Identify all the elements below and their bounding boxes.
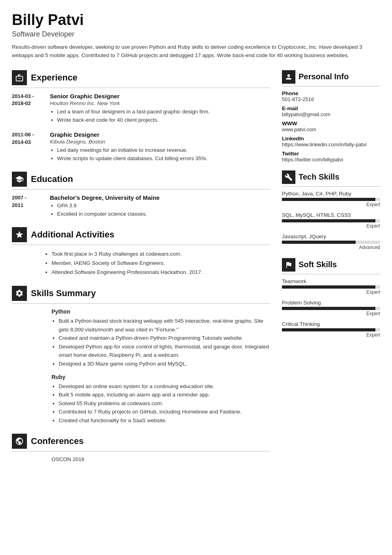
activities-section: Additional Activities Took first place i… xyxy=(12,227,270,277)
experience-title: Experience xyxy=(31,73,77,83)
skill-bar-fill xyxy=(282,328,375,331)
education-section: Education 2007 - 2011 Bachelor's Degree,… xyxy=(12,172,270,218)
soft-skills-title: Soft Skills xyxy=(299,260,337,269)
list-item: Created chat functionality for a SaaS we… xyxy=(59,416,270,425)
personal-info-title: Personal Info xyxy=(299,72,349,81)
candidate-subtitle: Software Developer xyxy=(12,30,380,38)
personal-info-header: Personal Info xyxy=(282,70,380,84)
experience-date-1: 2014-03 - 2018-02 xyxy=(12,93,44,124)
education-title: Education xyxy=(31,174,73,184)
skill-bar-fill xyxy=(282,198,375,201)
python-bullets: Built a Python-based stock tracking weba… xyxy=(51,317,270,368)
education-divider xyxy=(12,189,270,189)
list-item: Solved 55 Ruby problems at codewars.com. xyxy=(59,399,270,408)
list-item: GPA 3.9 xyxy=(57,202,270,210)
list-item: Built a Python-based stock tracking weba… xyxy=(59,317,270,334)
skill-bar-track xyxy=(282,241,380,244)
tech-skills-icon xyxy=(282,170,295,184)
tech-skills-header: Tech Skills xyxy=(282,170,380,184)
experience-date-2: 2011-06 - 2014-03 xyxy=(12,131,44,163)
list-item: Wrote back-end code for 40 client projec… xyxy=(57,116,270,124)
experience-divider xyxy=(12,88,270,88)
skill-bar-track xyxy=(282,307,380,310)
experience-entry-2: 2011-06 - 2014-03 Graphic Designer Kibul… xyxy=(12,131,270,163)
personal-info-linkedin: LinkedIn https://www.linkedin.com/in/bil… xyxy=(282,136,380,147)
skill-group-ruby: Ruby Developed an online exam system for… xyxy=(12,374,270,425)
candidate-name: Billy Patvi xyxy=(12,12,380,29)
svg-rect-0 xyxy=(18,78,21,78)
skill-bar-track xyxy=(282,285,380,289)
soft-skill-3: Critical Thinking Expert xyxy=(282,321,380,338)
education-date-1: 2007 - 2011 xyxy=(12,194,44,218)
skill-bar-track xyxy=(282,328,380,331)
tech-skill-2: SQL, MySQL, HTML5, CSS3 Expert xyxy=(282,212,380,229)
experience-section: Experience 2014-03 - 2018-02 Senior Grap… xyxy=(12,70,270,163)
soft-skills-icon xyxy=(282,258,295,272)
soft-skills-header: Soft Skills xyxy=(282,258,380,272)
education-content-1: Bachelor's Degree, University of Maine G… xyxy=(50,194,270,218)
personal-info-phone: Phone 501-872-2516 xyxy=(282,90,380,102)
skill-bar-fill xyxy=(282,241,356,244)
list-item: Built 5 mobile apps, including an alarm … xyxy=(59,390,270,399)
personal-info-email: E-mail billypatvi@gmail.com xyxy=(282,105,380,117)
experience-entry-1: 2014-03 - 2018-02 Senior Graphic Designe… xyxy=(12,93,270,124)
education-header: Education xyxy=(12,172,270,187)
list-item: Led daily meetings for an initiative to … xyxy=(57,146,270,155)
conferences-section: Conferences OSCON 2016 xyxy=(12,434,270,462)
skill-bar-track xyxy=(282,198,380,201)
list-item: Led a team of four designers in a fast-p… xyxy=(57,108,270,116)
conferences-divider xyxy=(12,451,270,452)
experience-bullets-1: Led a team of four designers in a fast-p… xyxy=(50,108,270,124)
skills-summary-icon xyxy=(12,286,27,301)
soft-skills-divider xyxy=(282,274,380,274)
skill-bar-track xyxy=(282,219,380,222)
skill-group-python: Python Built a Python-based stock tracki… xyxy=(12,308,270,368)
list-item: Took first place in 3 Ruby challenges at… xyxy=(51,250,270,259)
list-item: Developed an online exam system for a co… xyxy=(59,382,270,391)
skills-summary-header: Skills Summary xyxy=(12,286,270,301)
soft-skill-1: Teamwork Expert xyxy=(282,278,380,295)
skill-bar-fill xyxy=(282,219,375,222)
conference-item-1: OSCON 2016 xyxy=(12,456,270,462)
resume-page: Billy Patvi Software Developer Results-d… xyxy=(0,0,392,555)
personal-info-section: Personal Info Phone 501-872-2516 E-mail … xyxy=(282,70,380,163)
tech-skills-title: Tech Skills xyxy=(299,172,339,182)
list-item: Attended Software Engineering Profession… xyxy=(51,268,270,277)
personal-info-divider xyxy=(282,86,380,86)
experience-content-1: Senior Graphic Designer Houlton Renno In… xyxy=(50,93,270,124)
activities-list: Took first place in 3 Ruby challenges at… xyxy=(12,250,270,277)
conferences-header: Conferences xyxy=(12,434,270,449)
activities-header: Additional Activities xyxy=(12,227,270,242)
experience-content-2: Graphic Designer Kibula Designs, Boston … xyxy=(50,131,270,163)
soft-skills-section: Soft Skills Teamwork Expert Problem Solv… xyxy=(282,258,380,338)
tech-skill-3: Javascript, JQuery Advanced xyxy=(282,233,380,250)
personal-info-www: WWW www.patvi.com xyxy=(282,121,380,132)
tech-skill-1: Python, Java, C#, PHP, Ruby Expert xyxy=(282,191,380,207)
skill-bar-fill xyxy=(282,307,375,310)
personal-info-twitter: Twitter https://twitter.com/billypatvi xyxy=(282,151,380,163)
personal-info-icon xyxy=(282,70,295,84)
skill-bar-fill xyxy=(282,285,375,289)
right-column: Personal Info Phone 501-872-2516 E-mail … xyxy=(282,70,380,543)
list-item: Member, IAENG Society of Software Engine… xyxy=(51,259,270,268)
list-item: Created and maintain a Python-driven Pyt… xyxy=(59,334,270,343)
experience-bullets-2: Led daily meetings for an initiative to … xyxy=(50,146,270,163)
skills-summary-title: Skills Summary xyxy=(31,288,96,299)
left-column: Experience 2014-03 - 2018-02 Senior Grap… xyxy=(12,70,270,543)
list-item: Wrote scripts to update client databases… xyxy=(57,155,270,163)
candidate-summary: Results-driven software developer, seeki… xyxy=(12,43,380,60)
main-layout: Experience 2014-03 - 2018-02 Senior Grap… xyxy=(12,70,380,543)
conferences-icon xyxy=(12,434,27,449)
activities-icon xyxy=(12,227,27,242)
activities-divider xyxy=(12,245,270,245)
ruby-bullets: Developed an online exam system for a co… xyxy=(51,382,270,425)
experience-header: Experience xyxy=(12,70,270,85)
education-bullets-1: GPA 3.9 Excelled in computer science cla… xyxy=(50,202,270,218)
list-item: Designed a 3D Maze game using Python and… xyxy=(59,360,270,368)
list-item: Excelled in computer science classes. xyxy=(57,210,270,218)
education-icon xyxy=(12,172,27,187)
list-item: Contributed to 7 Ruby projects on GitHub… xyxy=(59,408,270,416)
skills-summary-section: Skills Summary Python Built a Python-bas… xyxy=(12,286,270,425)
list-item: Developed Python app for voice control o… xyxy=(59,343,270,360)
resume-header: Billy Patvi Software Developer Results-d… xyxy=(12,12,380,60)
